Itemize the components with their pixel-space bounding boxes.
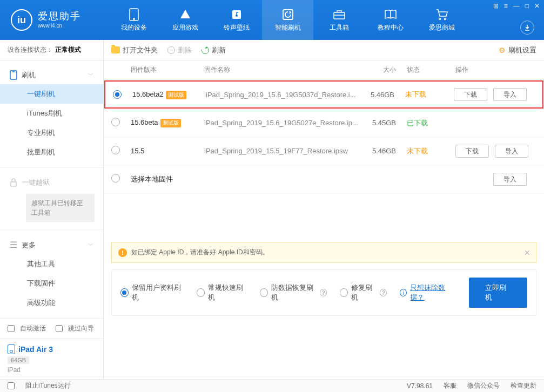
flash-settings-button[interactable]: ⚙ 刷机设置 bbox=[499, 45, 536, 55]
nav-flash[interactable]: 智能刷机 bbox=[262, 0, 313, 40]
radio-unchecked[interactable] bbox=[111, 146, 120, 154]
option-keep-data[interactable]: 保留用户资料刷机 bbox=[120, 283, 184, 302]
delete-icon bbox=[167, 46, 175, 54]
close-icon[interactable]: ✕ bbox=[534, 2, 540, 10]
device-card[interactable]: iPad Air 3 64GB iPad bbox=[0, 339, 103, 379]
refresh-icon bbox=[281, 8, 294, 21]
support-link[interactable]: 客服 bbox=[444, 381, 456, 390]
delete-button[interactable]: 删除 bbox=[167, 45, 192, 55]
sidebar-item-pro[interactable]: 专业刷机 bbox=[0, 123, 103, 143]
toolbar: 打开文件夹 删除 刷新 ⚙ 刷机设置 bbox=[104, 40, 544, 60]
wechat-link[interactable]: 微信公众号 bbox=[467, 381, 500, 390]
import-button[interactable]: 导入 bbox=[493, 173, 527, 186]
radio-unchecked[interactable] bbox=[111, 174, 120, 183]
sidebar-more-group[interactable]: ☰ 更多 ﹀ bbox=[0, 235, 103, 254]
warning-icon: ! bbox=[118, 248, 127, 257]
nav-apps[interactable]: 应用游戏 bbox=[159, 0, 211, 40]
svg-rect-5 bbox=[334, 12, 345, 19]
svg-point-6 bbox=[439, 18, 440, 19]
svg-rect-4 bbox=[283, 10, 293, 19]
beta-badge: 测试版 bbox=[160, 119, 181, 127]
firmware-row[interactable]: 15.6beta2测试版 iPad_Spring_2019_15.6_19G50… bbox=[104, 80, 543, 109]
sidebar-item-advanced[interactable]: 高级功能 bbox=[0, 293, 103, 313]
auto-activate-checkbox[interactable] bbox=[8, 325, 15, 332]
radio-unchecked[interactable] bbox=[111, 118, 120, 126]
close-warning-button[interactable]: ✕ bbox=[524, 248, 530, 257]
beta-badge: 测试版 bbox=[166, 91, 186, 99]
sidebar-item-other[interactable]: 其他工具 bbox=[0, 254, 103, 274]
logo-icon: iu bbox=[11, 9, 32, 31]
svg-rect-0 bbox=[130, 9, 138, 21]
sidebar-jailbreak-group: 一键越狱 bbox=[0, 173, 103, 192]
option-repair[interactable]: 修复刷机? bbox=[340, 283, 387, 302]
skip-guide-checkbox[interactable] bbox=[56, 325, 63, 332]
sidebar: 设备连接状态：正常模式 刷机 ﹀ 一键刷机 iTunes刷机 专业刷机 批量刷机… bbox=[0, 40, 104, 379]
firmware-row[interactable]: 15.6beta测试版 iPad_Spring_2019_15.6_19G502… bbox=[104, 109, 544, 137]
music-icon bbox=[230, 8, 243, 21]
list-icon[interactable]: ≡ bbox=[504, 2, 508, 10]
menu-icon[interactable]: ⊞ bbox=[493, 2, 499, 10]
cart-icon bbox=[435, 8, 448, 21]
nav-tutorial[interactable]: 教程中心 bbox=[365, 0, 416, 40]
chevron-down-icon: ﹀ bbox=[88, 71, 93, 79]
option-normal[interactable]: 常规快速刷机 bbox=[197, 283, 247, 302]
device-type: iPad bbox=[8, 366, 96, 374]
sidebar-item-download[interactable]: 下载固件 bbox=[0, 274, 103, 293]
main-panel: 打开文件夹 删除 刷新 ⚙ 刷机设置 固件版本 固件名称 大小 状态 操作 bbox=[104, 40, 544, 379]
import-button[interactable]: 导入 bbox=[495, 145, 528, 158]
gear-icon: ⚙ bbox=[499, 46, 506, 55]
version-label: V7.98.61 bbox=[407, 382, 433, 390]
info-icon: i bbox=[400, 289, 407, 296]
help-icon[interactable]: ? bbox=[320, 289, 327, 296]
app-logo: iu 爱思助手 www.i4.cn bbox=[11, 9, 81, 31]
phone-icon bbox=[127, 8, 140, 21]
download-indicator[interactable] bbox=[520, 21, 534, 35]
chevron-down-icon: ﹀ bbox=[88, 241, 93, 249]
table-header: 固件版本 固件名称 大小 状态 操作 bbox=[104, 60, 544, 80]
title-bar: iu 爱思助手 www.i4.cn 我的设备 应用游戏 铃声壁纸 智能刷机 工具… bbox=[0, 0, 544, 40]
nav-ringtone[interactable]: 铃声壁纸 bbox=[211, 0, 262, 40]
sidebar-item-itunes[interactable]: iTunes刷机 bbox=[0, 104, 103, 123]
maximize-icon[interactable]: □ bbox=[525, 2, 529, 10]
check-update-link[interactable]: 检查更新 bbox=[511, 381, 536, 390]
app-name: 爱思助手 bbox=[38, 11, 81, 23]
connection-status: 设备连接状态：正常模式 bbox=[0, 40, 103, 60]
radio-selected[interactable] bbox=[113, 90, 122, 99]
minimize-icon[interactable]: — bbox=[513, 2, 520, 10]
refresh-icon bbox=[200, 45, 210, 55]
nav-toolbox[interactable]: 工具箱 bbox=[313, 0, 365, 40]
firmware-row[interactable]: 15.5 iPad_Spring_2019_15.5_19F77_Restore… bbox=[104, 137, 544, 165]
sidebar-flash-group[interactable]: 刷机 ﹀ bbox=[0, 66, 103, 84]
top-nav: 我的设备 应用游戏 铃声壁纸 智能刷机 工具箱 教程中心 爱思商城 bbox=[108, 0, 467, 40]
book-icon bbox=[384, 8, 397, 21]
refresh-button[interactable]: 刷新 bbox=[202, 45, 226, 55]
svg-rect-9 bbox=[11, 182, 16, 186]
status-bar-footer: 阻止iTunes运行 V7.98.61 客服 微信公众号 检查更新 bbox=[0, 379, 544, 392]
block-itunes-checkbox[interactable] bbox=[8, 382, 15, 389]
start-flash-button[interactable]: 立即刷机 bbox=[469, 278, 527, 308]
folder-icon bbox=[111, 46, 120, 53]
import-button[interactable]: 导入 bbox=[493, 88, 527, 101]
download-button[interactable]: 下载 bbox=[455, 145, 489, 158]
download-button[interactable]: 下载 bbox=[454, 88, 487, 101]
auto-options: 自动激活 跳过向导 bbox=[0, 318, 103, 339]
sidebar-item-oneclick[interactable]: 一键刷机 bbox=[0, 84, 103, 104]
ipad-icon bbox=[8, 344, 15, 354]
option-antirecovery[interactable]: 防数据恢复刷机? bbox=[260, 283, 327, 302]
svg-point-1 bbox=[133, 18, 134, 19]
app-url: www.i4.cn bbox=[38, 23, 81, 29]
svg-point-7 bbox=[444, 18, 446, 19]
sidebar-item-batch[interactable]: 批量刷机 bbox=[0, 143, 103, 162]
jailbreak-note: 越狱工具已转移至工具箱 bbox=[26, 194, 95, 222]
nav-my-device[interactable]: 我的设备 bbox=[108, 0, 159, 40]
device-icon bbox=[10, 70, 17, 80]
erase-link[interactable]: i只想抹除数据？ bbox=[400, 283, 455, 302]
help-icon[interactable]: ? bbox=[380, 289, 387, 296]
more-icon: ☰ bbox=[10, 240, 17, 250]
lock-icon bbox=[10, 178, 17, 187]
local-firmware-row[interactable]: 选择本地固件 导入 bbox=[104, 165, 544, 193]
open-folder-button[interactable]: 打开文件夹 bbox=[111, 45, 158, 55]
nav-store[interactable]: 爱思商城 bbox=[416, 0, 467, 40]
warning-bar: ! 如已绑定 Apple ID，请准备好 Apple ID和密码。 ✕ bbox=[111, 242, 536, 263]
apps-icon bbox=[179, 8, 192, 21]
